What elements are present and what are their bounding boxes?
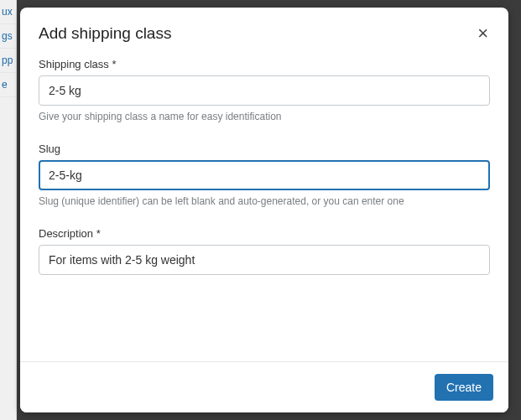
- slug-input[interactable]: [39, 160, 490, 190]
- modal-body: Shipping class * Give your shipping clas…: [20, 43, 508, 361]
- shipping-class-name-label: Shipping class *: [39, 58, 490, 70]
- shipping-class-name-help: Give your shipping class a name for easy…: [39, 111, 490, 122]
- field-slug: Slug Slug (unique identifier) can be lef…: [39, 143, 490, 207]
- slug-help: Slug (unique identifier) can be left bla…: [39, 195, 490, 207]
- close-button[interactable]: ×: [476, 24, 490, 43]
- background-sidebar-sliver: ux gs pp e: [0, 0, 17, 420]
- modal-title: Add shipping class: [39, 24, 171, 43]
- add-shipping-class-modal: Add shipping class × Shipping class * Gi…: [20, 8, 508, 412]
- field-shipping-class-name: Shipping class * Give your shipping clas…: [39, 58, 490, 122]
- description-label: Description *: [39, 227, 490, 240]
- create-button[interactable]: Create: [435, 374, 493, 401]
- slug-label: Slug: [39, 143, 490, 155]
- field-description: Description *: [39, 227, 490, 275]
- description-input[interactable]: [39, 245, 490, 275]
- shipping-class-name-input[interactable]: [39, 75, 490, 106]
- modal-footer: Create: [20, 361, 508, 412]
- modal-header: Add shipping class ×: [20, 8, 508, 43]
